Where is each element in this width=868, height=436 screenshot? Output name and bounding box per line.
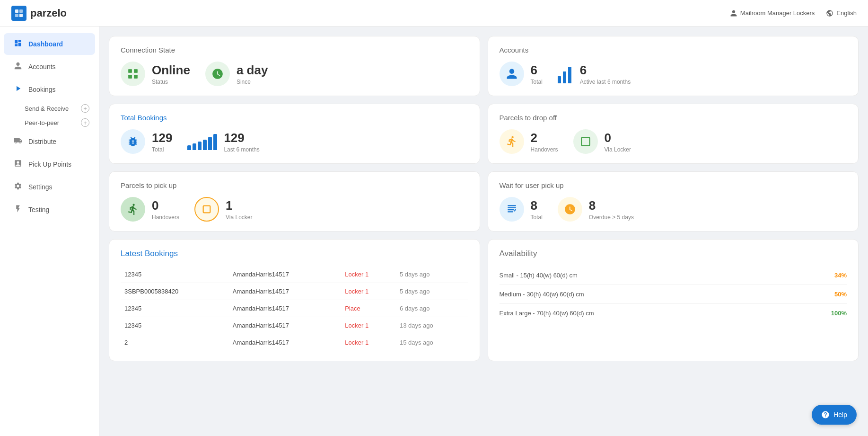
avail-pct: 100% <box>831 310 847 317</box>
booking-location: Place <box>341 300 396 317</box>
sidebar-item-pickuppoints[interactable]: Pick Up Points <box>4 153 95 175</box>
connection-state-card: Connection State Online Status <box>109 36 480 96</box>
user-label: Mailroom Manager Lockers <box>740 9 815 17</box>
booking-location: Locker 1 <box>341 334 396 351</box>
booking-user: AmandaHarris14517 <box>229 266 342 283</box>
sidebar-item-distribute[interactable]: Distribute <box>4 131 95 152</box>
sidebar-item-settings[interactable]: Settings <box>4 176 95 198</box>
add-peer-icon[interactable]: + <box>81 118 89 127</box>
sidebar-sub-send-receive[interactable]: Send & Receive + <box>0 101 99 116</box>
topbar-user[interactable]: Mailroom Manager Lockers <box>730 9 815 17</box>
connection-status-text: Online Status <box>152 63 190 85</box>
wait-pickup-title: Wait for user pick up <box>500 181 847 189</box>
accounts-active-label: Active last 6 months <box>580 79 631 85</box>
total-bookings-stats: 129 Total <box>121 129 468 154</box>
booking-user: AmandaHarris14517 <box>229 317 342 334</box>
accounts-total-value: 6 <box>531 63 543 78</box>
add-send-receive-icon[interactable]: + <box>81 104 89 113</box>
accounts-active-text: 6 Active last 6 months <box>580 63 631 85</box>
wait-overdue-item: 8 Overdue > 5 days <box>558 197 634 222</box>
sidebar-sub-peer[interactable]: Peer-to-peer + <box>0 116 99 130</box>
wait-pickup-stats: 8 Total 8 Overdue > 5 days <box>500 197 847 222</box>
sidebar: Dashboard Accounts Bookings Send & Recei… <box>0 27 99 436</box>
avail-pct: 50% <box>834 291 847 298</box>
svg-rect-3 <box>19 14 23 17</box>
table-row: 12345 AmandaHarris14517 Locker 1 5 days … <box>121 266 468 283</box>
dropoff-handovers-item: 2 Handovers <box>500 129 558 154</box>
bookings-last6-value: 129 <box>224 131 259 145</box>
svg-rect-7 <box>134 75 138 79</box>
availability-card: Availability Small - 15(h) 40(w) 60(d) c… <box>488 239 859 361</box>
sidebar-item-testing[interactable]: Testing <box>4 199 95 221</box>
svg-rect-9 <box>203 206 210 213</box>
pickup-locker-text: 1 Via Locker <box>226 198 252 221</box>
logo-icon <box>11 6 26 21</box>
topbar: parzelo Mailroom Manager Lockers English <box>0 0 868 27</box>
bookings-total-label: Total <box>152 146 172 153</box>
wait-overdue-text: 8 Overdue > 5 days <box>589 198 634 221</box>
wait-overdue-label: Overdue > 5 days <box>589 214 634 221</box>
accounts-active-item: 6 Active last 6 months <box>558 63 631 85</box>
avail-pct: 34% <box>834 272 847 279</box>
booking-id: 12345 <box>121 300 229 317</box>
pickup-locker-label: Via Locker <box>226 214 252 221</box>
help-label: Help <box>833 411 847 418</box>
help-button[interactable]: Help <box>812 405 857 425</box>
booking-location: Locker 1 <box>341 266 396 283</box>
svg-rect-2 <box>15 14 18 17</box>
dropoff-locker-label: Via Locker <box>605 146 631 153</box>
pickup-handovers-icon <box>121 197 145 222</box>
sidebar-item-dashboard[interactable]: Dashboard <box>4 33 95 55</box>
wait-overdue-value: 8 <box>589 198 634 213</box>
sidebar-item-accounts-label: Accounts <box>28 63 56 71</box>
booking-id: 2 <box>121 334 229 351</box>
accounts-total-label: Total <box>531 79 543 85</box>
accounts-active-value: 6 <box>580 63 631 78</box>
svg-rect-0 <box>15 9 18 13</box>
wait-overdue-icon <box>558 197 582 222</box>
booking-user: AmandaHarris14517 <box>229 334 342 351</box>
dropoff-locker-icon <box>573 129 598 154</box>
total-bookings-title: Total Bookings <box>121 114 468 122</box>
logo: parzelo <box>11 6 67 21</box>
pickup-handovers-value: 0 <box>152 198 179 213</box>
bottom-row: Latest Bookings 12345 AmandaHarris14517 … <box>109 239 859 361</box>
wait-total-icon <box>500 197 524 222</box>
svg-rect-5 <box>128 75 132 79</box>
bookings-last6-label: Last 6 months <box>224 146 259 153</box>
sidebar-item-dashboard-label: Dashboard <box>28 40 63 48</box>
bookings-last6-text: 129 Last 6 months <box>224 131 259 153</box>
booking-time: 6 days ago <box>396 300 468 317</box>
avail-label: Small - 15(h) 40(w) 60(d) cm <box>500 272 578 279</box>
availability-row: Medium - 30(h) 40(w) 60(d) cm 50% <box>500 285 847 304</box>
sidebar-item-bookings-label: Bookings <box>28 86 56 93</box>
pickup-handovers-label: Handovers <box>152 214 179 221</box>
sidebar-item-accounts[interactable]: Accounts <box>4 56 95 78</box>
wait-total-label: Total <box>531 214 543 221</box>
pickup-locker-icon <box>194 197 219 222</box>
booking-time: 5 days ago <box>396 283 468 300</box>
accounts-total-item: 6 Total <box>500 62 543 86</box>
dropoff-handovers-value: 2 <box>531 131 558 145</box>
pickup-locker-item: 1 Via Locker <box>194 197 252 222</box>
main-content: Connection State Online Status <box>99 27 868 436</box>
connection-since-item: a day Since <box>205 62 268 86</box>
dropoff-locker-text: 0 Via Locker <box>605 131 631 153</box>
topbar-lang[interactable]: English <box>826 9 857 17</box>
accounts-card-title: Accounts <box>500 46 847 54</box>
dashboard-icon <box>13 39 23 49</box>
bookings-total-item: 129 Total <box>121 129 172 154</box>
dropoff-locker-item: 0 Via Locker <box>573 129 631 154</box>
wait-total-value: 8 <box>531 198 543 213</box>
booking-time: 15 days ago <box>396 334 468 351</box>
svg-rect-4 <box>128 69 132 73</box>
pickup-handovers-text: 0 Handovers <box>152 198 179 221</box>
booking-location: Locker 1 <box>341 283 396 300</box>
accounts-stats: 6 Total 6 Active last 6 months <box>500 62 847 86</box>
booking-user: AmandaHarris14517 <box>229 300 342 317</box>
pickuppoints-icon <box>13 159 23 169</box>
connection-since-label: Since <box>237 79 268 85</box>
connection-since-text: a day Since <box>237 63 268 85</box>
sidebar-item-distribute-label: Distribute <box>28 138 56 145</box>
sidebar-item-bookings[interactable]: Bookings <box>4 79 95 100</box>
